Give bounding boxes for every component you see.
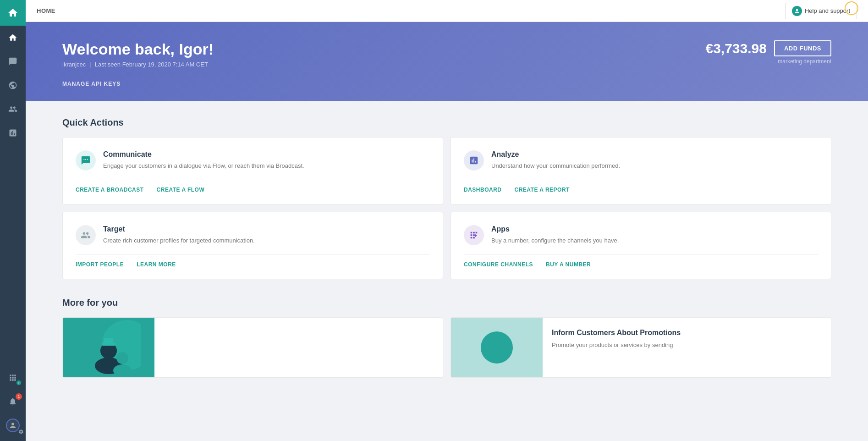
more-for-you-grid: Inform Customers About Promotions Promot… [62,317,831,378]
buy-number-link[interactable]: BUY A NUMBER [546,261,591,268]
user-avatar [792,6,802,16]
sidebar-item-notifications[interactable]: 1 [0,390,26,413]
learn-more-link[interactable]: LEARN MORE [137,261,176,268]
analyze-icon [464,150,484,171]
target-title: Target [103,225,255,233]
quick-actions-title: Quick Actions [62,117,831,128]
svg-rect-6 [104,338,113,344]
more-for-you-title: More for you [62,298,831,308]
communicate-card: Communicate Engage your customers in a d… [62,137,443,204]
more-card-left [62,317,443,378]
svg-point-4 [116,352,128,364]
sidebar: + 1 [0,0,26,441]
target-card: Target Create rich customer profiles for… [62,212,443,279]
main-content: HOME Help and support Welcome back, Igor… [26,0,868,441]
hero-section: Welcome back, Igor! ikranjcec | Last see… [26,22,868,101]
more-card-right-image [451,318,543,377]
help-button-label: Help and support [805,7,850,14]
sidebar-item-globe[interactable] [0,73,26,97]
apps-desc: Buy a number, configure the channels you… [491,236,619,245]
quick-actions-grid: Communicate Engage your customers in a d… [62,137,831,279]
more-card-left-content [154,318,443,377]
target-desc: Create rich customer profiles for target… [103,236,255,245]
analyze-card: Analyze Understand how your communicatio… [450,137,831,204]
more-card-promotions-content: Inform Customers About Promotions Promot… [543,318,831,377]
create-flow-link[interactable]: CREATE A FLOW [157,187,205,193]
analyze-title: Analyze [491,150,620,159]
welcome-message: Welcome back, Igor! [62,40,214,58]
manage-api-keys-link[interactable]: MANAGE API KEYS [62,81,831,87]
communicate-title: Communicate [103,150,304,159]
sidebar-item-analytics[interactable] [0,121,26,145]
import-people-link[interactable]: IMPORT PEOPLE [76,261,124,268]
configure-channels-link[interactable]: CONFIGURE CHANNELS [464,261,533,268]
create-report-link[interactable]: CREATE A REPORT [515,187,570,193]
promo-circle-decoration [481,331,513,364]
department-label: marketing department [778,58,831,65]
sidebar-logo[interactable] [0,0,26,26]
help-support-button[interactable]: Help and support [785,3,857,19]
promotions-title: Inform Customers About Promotions [552,329,822,337]
communicate-icon [76,150,96,171]
more-card-promotions: Inform Customers About Promotions Promot… [450,317,831,378]
page-content: Quick Actions Communicate Engage your cu… [26,101,868,441]
sidebar-item-messages[interactable] [0,50,26,73]
analyze-desc: Understand how your communication perfor… [491,161,620,171]
communicate-desc: Engage your customers in a dialogue via … [103,161,304,171]
last-seen: Last seen February 19, 2020 7:14 AM CET [95,61,208,68]
create-broadcast-link[interactable]: CREATE A BROADCAST [76,187,144,193]
svg-point-3 [113,364,132,376]
apps-icon [464,225,484,245]
apps-card: Apps Buy a number, configure the channel… [450,212,831,279]
sidebar-item-home[interactable] [0,26,26,50]
sidebar-item-apps[interactable]: + [0,366,26,390]
account-balance: €3,733.98 [705,41,766,56]
page-title: HOME [37,7,55,14]
topbar: HOME Help and support [26,0,868,22]
promotions-desc: Promote your products or services by sen… [552,341,822,350]
apps-title: Apps [491,225,619,233]
sidebar-item-people[interactable] [0,97,26,121]
sidebar-item-profile[interactable] [0,413,26,437]
target-icon [76,225,96,245]
more-card-left-image [63,318,154,377]
dashboard-link[interactable]: DASHBOARD [464,187,502,193]
username: ikranjcec [62,61,86,68]
add-funds-button[interactable]: ADD FUNDS [774,40,831,56]
